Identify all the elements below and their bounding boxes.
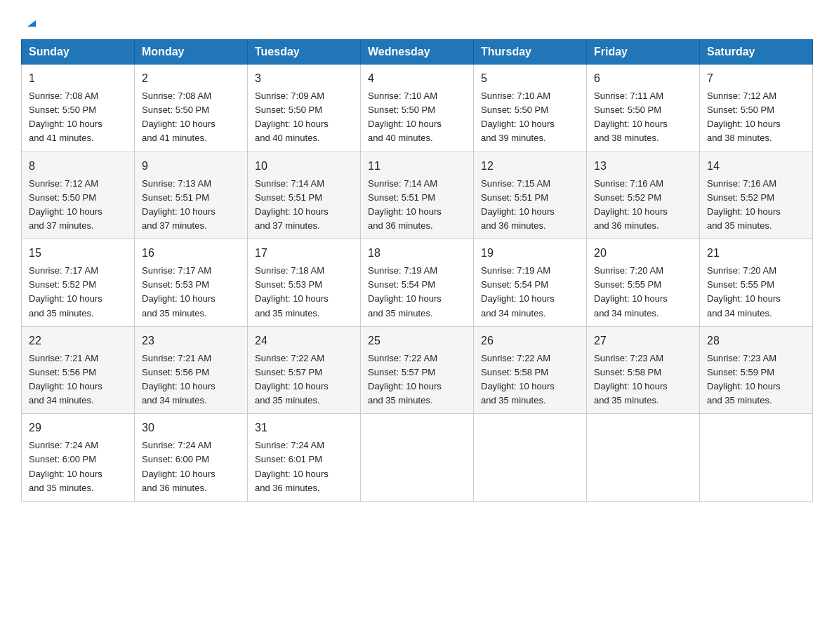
calendar-cell: 4Sunrise: 7:10 AMSunset: 5:50 PMDaylight… xyxy=(361,65,474,152)
calendar-cell xyxy=(587,414,700,502)
calendar-cell: 24Sunrise: 7:22 AMSunset: 5:57 PMDayligh… xyxy=(248,326,361,414)
day-info: Sunrise: 7:22 AMSunset: 5:57 PMDaylight:… xyxy=(368,353,442,405)
day-number: 4 xyxy=(368,70,466,87)
day-number: 27 xyxy=(594,333,692,349)
calendar-week-2: 8Sunrise: 7:12 AMSunset: 5:50 PMDaylight… xyxy=(22,152,813,239)
day-number: 26 xyxy=(481,333,579,349)
day-info: Sunrise: 7:12 AMSunset: 5:50 PMDaylight:… xyxy=(29,178,102,231)
day-info: Sunrise: 7:23 AMSunset: 5:59 PMDaylight:… xyxy=(707,353,781,405)
calendar-cell: 8Sunrise: 7:12 AMSunset: 5:50 PMDaylight… xyxy=(22,152,135,239)
calendar-week-5: 29Sunrise: 7:24 AMSunset: 6:00 PMDayligh… xyxy=(22,414,813,502)
day-info: Sunrise: 7:20 AMSunset: 5:55 PMDaylight:… xyxy=(707,265,781,318)
day-info: Sunrise: 7:19 AMSunset: 5:54 PMDaylight:… xyxy=(368,265,442,318)
day-info: Sunrise: 7:17 AMSunset: 5:53 PMDaylight:… xyxy=(142,265,216,318)
day-number: 30 xyxy=(142,420,240,436)
calendar-cell: 12Sunrise: 7:15 AMSunset: 5:51 PMDayligh… xyxy=(474,152,587,239)
calendar-cell: 26Sunrise: 7:22 AMSunset: 5:58 PMDayligh… xyxy=(474,326,587,414)
day-info: Sunrise: 7:24 AMSunset: 6:00 PMDaylight:… xyxy=(142,440,216,492)
svg-marker-0 xyxy=(27,20,36,27)
day-number: 29 xyxy=(29,420,127,436)
day-number: 12 xyxy=(481,158,579,175)
day-number: 2 xyxy=(142,70,240,87)
day-info: Sunrise: 7:16 AMSunset: 5:52 PMDaylight:… xyxy=(707,178,781,231)
day-number: 9 xyxy=(142,158,240,175)
calendar-cell: 17Sunrise: 7:18 AMSunset: 5:53 PMDayligh… xyxy=(248,239,361,327)
day-info: Sunrise: 7:24 AMSunset: 6:00 PMDaylight:… xyxy=(29,440,102,492)
calendar-cell: 27Sunrise: 7:23 AMSunset: 5:58 PMDayligh… xyxy=(587,326,700,414)
calendar-cell xyxy=(700,414,813,502)
day-number: 25 xyxy=(368,333,466,349)
day-info: Sunrise: 7:13 AMSunset: 5:51 PMDaylight:… xyxy=(142,178,216,231)
calendar-cell: 22Sunrise: 7:21 AMSunset: 5:56 PMDayligh… xyxy=(22,326,135,414)
day-number: 15 xyxy=(29,245,127,262)
day-info: Sunrise: 7:18 AMSunset: 5:53 PMDaylight:… xyxy=(255,265,329,318)
day-number: 23 xyxy=(142,333,240,349)
day-number: 7 xyxy=(707,70,805,87)
calendar-cell: 30Sunrise: 7:24 AMSunset: 6:00 PMDayligh… xyxy=(135,414,248,502)
day-info: Sunrise: 7:11 AMSunset: 5:50 PMDaylight:… xyxy=(594,90,668,143)
header-friday: Friday xyxy=(587,40,700,65)
calendar-cell: 14Sunrise: 7:16 AMSunset: 5:52 PMDayligh… xyxy=(700,152,813,239)
day-number: 14 xyxy=(707,158,805,175)
header-tuesday: Tuesday xyxy=(248,40,361,65)
day-info: Sunrise: 7:24 AMSunset: 6:01 PMDaylight:… xyxy=(255,440,329,492)
day-info: Sunrise: 7:15 AMSunset: 5:51 PMDaylight:… xyxy=(481,178,555,231)
calendar-cell xyxy=(361,414,474,502)
header-monday: Monday xyxy=(135,40,248,65)
day-info: Sunrise: 7:20 AMSunset: 5:55 PMDaylight:… xyxy=(594,265,668,318)
calendar-cell: 19Sunrise: 7:19 AMSunset: 5:54 PMDayligh… xyxy=(474,239,587,327)
day-info: Sunrise: 7:08 AMSunset: 5:50 PMDaylight:… xyxy=(142,90,216,143)
calendar-cell: 20Sunrise: 7:20 AMSunset: 5:55 PMDayligh… xyxy=(587,239,700,327)
calendar-week-3: 15Sunrise: 7:17 AMSunset: 5:52 PMDayligh… xyxy=(22,239,813,327)
calendar-cell: 5Sunrise: 7:10 AMSunset: 5:50 PMDaylight… xyxy=(474,65,587,152)
calendar-cell: 2Sunrise: 7:08 AMSunset: 5:50 PMDaylight… xyxy=(135,65,248,152)
calendar-cell: 6Sunrise: 7:11 AMSunset: 5:50 PMDaylight… xyxy=(587,65,700,152)
header-wednesday: Wednesday xyxy=(361,40,474,65)
calendar-cell: 10Sunrise: 7:14 AMSunset: 5:51 PMDayligh… xyxy=(248,152,361,239)
header-thursday: Thursday xyxy=(474,40,587,65)
day-number: 18 xyxy=(368,245,466,262)
day-info: Sunrise: 7:21 AMSunset: 5:56 PMDaylight:… xyxy=(29,353,102,405)
page-header xyxy=(21,14,813,32)
calendar-cell: 15Sunrise: 7:17 AMSunset: 5:52 PMDayligh… xyxy=(22,239,135,327)
calendar-cell: 21Sunrise: 7:20 AMSunset: 5:55 PMDayligh… xyxy=(700,239,813,327)
calendar-cell: 31Sunrise: 7:24 AMSunset: 6:01 PMDayligh… xyxy=(248,414,361,502)
day-info: Sunrise: 7:22 AMSunset: 5:57 PMDaylight:… xyxy=(255,353,329,405)
day-info: Sunrise: 7:16 AMSunset: 5:52 PMDaylight:… xyxy=(594,178,668,231)
calendar-cell: 11Sunrise: 7:14 AMSunset: 5:51 PMDayligh… xyxy=(361,152,474,239)
calendar-cell: 23Sunrise: 7:21 AMSunset: 5:56 PMDayligh… xyxy=(135,326,248,414)
day-info: Sunrise: 7:21 AMSunset: 5:56 PMDaylight:… xyxy=(142,353,216,405)
header-sunday: Sunday xyxy=(22,40,135,65)
day-info: Sunrise: 7:17 AMSunset: 5:52 PMDaylight:… xyxy=(29,265,102,318)
calendar-cell: 25Sunrise: 7:22 AMSunset: 5:57 PMDayligh… xyxy=(361,326,474,414)
day-number: 10 xyxy=(255,158,353,175)
calendar-header-row: SundayMondayTuesdayWednesdayThursdayFrid… xyxy=(22,40,813,65)
day-info: Sunrise: 7:14 AMSunset: 5:51 PMDaylight:… xyxy=(368,178,442,231)
logo xyxy=(21,14,39,32)
day-number: 17 xyxy=(255,245,353,262)
day-number: 28 xyxy=(707,333,805,349)
day-info: Sunrise: 7:19 AMSunset: 5:54 PMDaylight:… xyxy=(481,265,555,318)
header-saturday: Saturday xyxy=(700,40,813,65)
day-number: 21 xyxy=(707,245,805,262)
day-info: Sunrise: 7:23 AMSunset: 5:58 PMDaylight:… xyxy=(594,353,668,405)
day-number: 16 xyxy=(142,245,240,262)
day-number: 13 xyxy=(594,158,692,175)
day-info: Sunrise: 7:22 AMSunset: 5:58 PMDaylight:… xyxy=(481,353,555,405)
calendar-cell xyxy=(474,414,587,502)
day-number: 11 xyxy=(368,158,466,175)
calendar-cell: 18Sunrise: 7:19 AMSunset: 5:54 PMDayligh… xyxy=(361,239,474,327)
day-info: Sunrise: 7:08 AMSunset: 5:50 PMDaylight:… xyxy=(29,90,102,143)
day-number: 31 xyxy=(255,420,353,436)
calendar-week-1: 1Sunrise: 7:08 AMSunset: 5:50 PMDaylight… xyxy=(22,65,813,152)
calendar-cell: 9Sunrise: 7:13 AMSunset: 5:51 PMDaylight… xyxy=(135,152,248,239)
day-number: 3 xyxy=(255,70,353,87)
calendar-cell: 3Sunrise: 7:09 AMSunset: 5:50 PMDaylight… xyxy=(248,65,361,152)
day-number: 22 xyxy=(29,333,127,349)
calendar-table: SundayMondayTuesdayWednesdayThursdayFrid… xyxy=(21,39,813,502)
calendar-cell: 1Sunrise: 7:08 AMSunset: 5:50 PMDaylight… xyxy=(22,65,135,152)
calendar-cell: 7Sunrise: 7:12 AMSunset: 5:50 PMDaylight… xyxy=(700,65,813,152)
day-info: Sunrise: 7:12 AMSunset: 5:50 PMDaylight:… xyxy=(707,90,781,143)
day-info: Sunrise: 7:10 AMSunset: 5:50 PMDaylight:… xyxy=(368,90,442,143)
day-number: 19 xyxy=(481,245,579,262)
